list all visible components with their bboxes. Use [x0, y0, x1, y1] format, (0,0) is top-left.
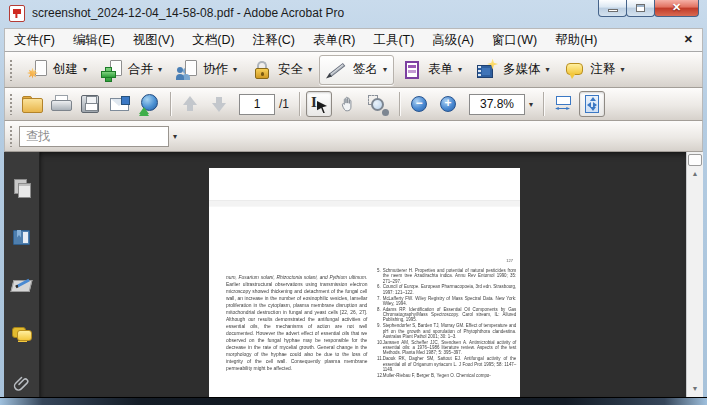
hand-tool-button[interactable]: [335, 91, 361, 117]
vertical-scrollbar[interactable]: ▲ ▼: [686, 152, 703, 397]
scroll-down-icon[interactable]: ▼: [687, 385, 703, 392]
window-bottom-border: [0, 397, 707, 405]
toolbar-gripper[interactable]: [9, 125, 14, 147]
menu-forms[interactable]: 表单(R): [304, 29, 364, 51]
zoom-level-input[interactable]: [469, 94, 525, 115]
print-button[interactable]: [48, 91, 74, 117]
combine-button[interactable]: 合并 ▾: [94, 55, 169, 85]
menu-view[interactable]: 视图(V): [124, 29, 184, 51]
bookmarks-icon: [13, 230, 30, 245]
zoom-in-icon: +: [440, 96, 456, 112]
acrobat-window: screenshot_2024-12-04_14-58-08.pdf - Ado…: [0, 0, 707, 405]
menu-help[interactable]: 帮助(H): [546, 29, 606, 51]
chevron-down-icon: ▾: [383, 66, 387, 74]
text-column-left: num, Fusarium solani, Rhizoctonia solani…: [226, 274, 367, 372]
lead-sentence: num, Fusarium solani, Rhizoctonia solani…: [226, 275, 367, 280]
toolbar-gripper[interactable]: [9, 93, 14, 115]
multimedia-icon: [476, 59, 498, 81]
bookmarks-panel-button[interactable]: [10, 225, 34, 249]
comment-button[interactable]: 注释 ▾: [557, 55, 632, 85]
minimize-button[interactable]: [598, 0, 627, 17]
scroll-up-icon[interactable]: ▲: [687, 170, 703, 177]
fit-page-icon: [585, 95, 599, 113]
secure-button[interactable]: 安全 ▾: [244, 55, 319, 85]
sign-button[interactable]: 签名 ▾: [319, 55, 394, 85]
collaborate-button[interactable]: 协作 ▾: [169, 55, 244, 85]
menu-comments[interactable]: 注释(C): [244, 29, 304, 51]
previous-page-button[interactable]: [177, 91, 203, 117]
menu-window[interactable]: 窗口(W): [483, 29, 546, 51]
reference-list: 5.Schmutterer H. Properties and potentia…: [377, 268, 516, 379]
toolbar-separator: [399, 92, 400, 116]
restore-icon: [636, 4, 645, 12]
paperclip-icon: [13, 375, 31, 393]
comments-panel-button[interactable]: [10, 323, 34, 347]
menu-bar: 文件(F) 编辑(E) 视图(V) 文档(D) 注释(C) 表单(R) 工具(T…: [4, 28, 703, 52]
menubar-close-icon[interactable]: ✕: [684, 33, 693, 46]
title-bar[interactable]: screenshot_2024-12-04_14-58-08.pdf - Ado…: [0, 0, 707, 28]
close-button[interactable]: ✕: [654, 0, 699, 17]
secure-label: 安全: [278, 61, 303, 78]
collaborate-icon: [176, 59, 198, 81]
menu-edit[interactable]: 编辑(E): [64, 29, 124, 51]
zoom-out-button[interactable]: −: [406, 91, 432, 117]
search-input[interactable]: [19, 126, 169, 147]
page-content: 127 num, Fusarium solani, Rhizoctonia so…: [209, 168, 520, 397]
zoom-out-icon: −: [411, 96, 427, 112]
zoom-dropdown-icon[interactable]: ▾: [529, 100, 533, 109]
save-button[interactable]: [77, 91, 103, 117]
zoom-in-button[interactable]: +: [435, 91, 461, 117]
menu-document[interactable]: 文档(D): [183, 29, 243, 51]
upload-button[interactable]: [135, 91, 161, 117]
chevron-down-icon: ▾: [83, 66, 87, 74]
window-controls: ✕: [599, 0, 699, 17]
find-bar: ▾: [4, 121, 703, 152]
collaborate-label: 协作: [203, 61, 228, 78]
toolbar-gripper[interactable]: [9, 59, 14, 81]
signatures-panel-button[interactable]: [10, 274, 34, 298]
toolbar-separator: [170, 92, 171, 116]
marquee-zoom-button[interactable]: [364, 91, 390, 117]
menu-advanced[interactable]: 高级(A): [423, 29, 483, 51]
pdf-page: 127 num, Fusarium solani, Rhizoctonia so…: [209, 168, 520, 397]
attachments-panel-button[interactable]: [10, 372, 34, 396]
multimedia-label: 多媒体: [503, 61, 541, 78]
toolbar-separator: [543, 92, 544, 116]
page-up-icon: [181, 95, 199, 113]
window-title: screenshot_2024-12-04_14-58-08.pdf - Ado…: [32, 6, 344, 20]
signature-icon: [12, 278, 31, 294]
document-pane[interactable]: 127 num, Fusarium solani, Rhizoctonia so…: [40, 152, 686, 397]
pages-panel-button[interactable]: [10, 176, 34, 200]
create-button[interactable]: 创建 ▾: [19, 55, 94, 85]
reference-item: 12.Muller-Riebau F, Berger B, Yegen O. C…: [377, 373, 516, 378]
pages-icon: [14, 179, 30, 197]
next-page-button[interactable]: [206, 91, 232, 117]
multimedia-button[interactable]: 多媒体 ▾: [469, 55, 557, 85]
scrollbar-thumb[interactable]: [688, 154, 702, 166]
search-options-dropdown-icon[interactable]: ▾: [173, 132, 177, 141]
chevron-down-icon: ▾: [621, 66, 625, 74]
close-icon: ✕: [655, 1, 698, 14]
reference-item: 11.Daouk RK, Dagher SM, Sattout EJ. Anti…: [377, 356, 516, 372]
menu-tools[interactable]: 工具(T): [364, 29, 423, 51]
page-number-input[interactable]: [239, 94, 275, 115]
email-button[interactable]: [106, 91, 132, 117]
fit-width-button[interactable]: [550, 91, 576, 117]
task-toolbar: 创建 ▾ 合并 ▾ 协作 ▾ 安全 ▾ 签名 ▾ 表单 ▾: [4, 52, 703, 88]
open-button[interactable]: [19, 91, 45, 117]
printer-icon: [51, 95, 71, 113]
body-paragraph: Earlier ultrastructural observations usi…: [226, 282, 367, 371]
menu-file[interactable]: 文件(F): [5, 29, 64, 51]
restore-button[interactable]: [626, 0, 655, 17]
create-label: 创建: [53, 61, 78, 78]
open-folder-icon: [22, 96, 42, 112]
globe-upload-icon: [138, 94, 158, 114]
fit-page-button[interactable]: [579, 91, 605, 117]
forms-button[interactable]: 表单 ▾: [394, 55, 469, 85]
forms-label: 表单: [428, 61, 453, 78]
select-tool-icon: [310, 95, 328, 113]
sign-label: 签名: [353, 61, 378, 78]
select-tool-button[interactable]: [306, 91, 332, 117]
create-icon: [26, 59, 48, 81]
marquee-zoom-icon: [367, 94, 387, 114]
